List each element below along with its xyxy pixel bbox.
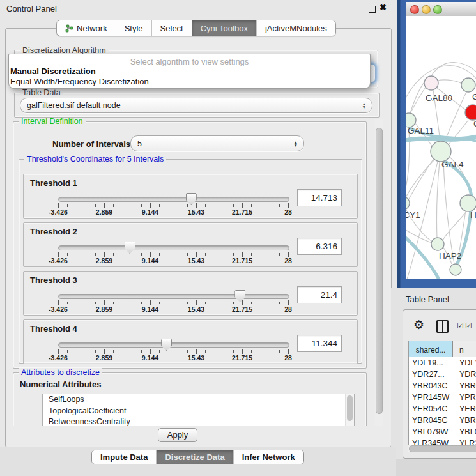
tab-network[interactable]: Network (57, 20, 116, 36)
zoom-traffic-light-icon[interactable] (433, 5, 442, 14)
slider-scale-label: 15.43 (188, 257, 204, 265)
network-node[interactable] (461, 78, 475, 92)
network-node-label: G (472, 92, 476, 102)
table-row[interactable]: YBR045CYBR0 (409, 415, 476, 426)
network-node[interactable] (431, 141, 451, 162)
network-node[interactable] (424, 76, 438, 90)
tab-cyni-toolbox[interactable]: Cyni Toolbox (192, 20, 256, 36)
tab-discretize-data[interactable]: Discretize Data (156, 450, 233, 464)
network-node[interactable] (431, 238, 444, 250)
slider-scale-label: 2.859 (96, 208, 112, 216)
slider-tick-mark (251, 350, 252, 353)
slider-tick-mark (77, 350, 77, 353)
attributes-list-scrollbar[interactable] (345, 394, 354, 426)
slider-tick-mark (215, 204, 215, 207)
bottom-tab-strip: Impute Data Discretize Data Infer Networ… (91, 450, 304, 464)
number-of-intervals-combobox[interactable]: 5 ▲▼ (130, 135, 304, 151)
numerical-attribute-item[interactable]: TopologicalCoefficient (43, 406, 354, 417)
network-node[interactable] (406, 113, 416, 127)
slider-tick-mark (251, 204, 252, 207)
table-cell-shared-name: YDL19... (409, 357, 456, 369)
slider-tick-mark (205, 204, 206, 207)
close-traffic-light-icon[interactable] (410, 5, 419, 14)
slider-scale-label: 15.43 (188, 354, 204, 362)
close-icon[interactable]: ✖ (380, 3, 387, 12)
slider-tick-mark (215, 302, 215, 304)
split-view-icon[interactable] (436, 320, 449, 333)
checkbox-icon[interactable]: ☑ (457, 321, 464, 330)
popup-option-manual-discretization[interactable]: Manual Discretization (9, 66, 370, 77)
checkbox-icon[interactable]: ☑ (465, 321, 472, 330)
table-cell-shared-name: YLR345W (409, 438, 456, 445)
column-header-shared-name[interactable]: shared... (409, 341, 453, 357)
table-row[interactable]: YDR27...YDR2 (409, 369, 476, 380)
slider-tick-mark (159, 253, 160, 256)
slider-tick-mark (270, 350, 270, 353)
popup-option-equal-width-frequency[interactable]: Equal Width/Frequency Discretization (9, 77, 370, 87)
slider-scale-label: 9.144 (142, 305, 158, 313)
number-of-intervals-label: Number of Intervals (52, 139, 130, 149)
slider-tick-mark (58, 300, 59, 305)
threshold-value-field[interactable]: 11.344 (297, 335, 342, 352)
numerical-attribute-item[interactable]: BetweennessCentrality (43, 417, 354, 426)
slider-tick-mark (215, 350, 215, 353)
table-row[interactable]: YBR043CYBR0 (409, 380, 476, 392)
tab-infer-network[interactable]: Infer Network (233, 450, 303, 464)
slider-tick-mark (270, 253, 270, 256)
slider-scale-label: 2.859 (96, 354, 112, 362)
slider-tick-mark (233, 204, 234, 207)
slider-scale-label: 15.43 (188, 305, 204, 313)
slider-tick-mark (279, 302, 280, 304)
table-row[interactable]: YPR145WYPR1 (409, 392, 476, 403)
table-row[interactable]: YLR345WYLR3 (409, 438, 476, 445)
tab-style[interactable]: Style (116, 20, 151, 36)
scrollbar-thumb[interactable] (347, 395, 353, 421)
group-title: Table Data (20, 88, 63, 97)
scrollbar-thumb[interactable] (376, 128, 383, 414)
slider-tick-mark (159, 204, 160, 207)
table-row[interactable]: YBL079WYBL0 (409, 426, 476, 438)
table-data-combobox[interactable]: galFiltered.sif default node ▲▼ (20, 98, 372, 113)
table-cell-name: YDL1 (456, 357, 476, 369)
settings-gear-icon[interactable]: ⚙ (413, 318, 424, 332)
main-vertical-scrollbar[interactable] (374, 119, 383, 426)
window-title: Control Panel (6, 4, 57, 13)
table-horizontal-scrollbar[interactable] (408, 445, 476, 452)
network-canvas[interactable]: GAL80GCGAL11GAL4GCY1HHAP2 (406, 16, 476, 279)
column-header-name[interactable]: n (453, 341, 476, 357)
slider-scale-label: 21.715 (232, 257, 252, 265)
tab-select[interactable]: Select (151, 20, 192, 36)
slider-tick-mark (215, 253, 215, 256)
threshold-value-field[interactable]: 6.316 (297, 238, 342, 255)
threshold-slider-track[interactable] (58, 294, 289, 299)
slider-tick-mark (159, 302, 160, 304)
attributes-group: Attributes to discretize Numerical Attri… (13, 372, 367, 426)
threshold-value-field[interactable]: 14.713 (297, 189, 342, 206)
threshold-slider-track[interactable] (58, 197, 289, 202)
network-node[interactable] (450, 264, 461, 275)
tab-impute-data[interactable]: Impute Data (92, 450, 156, 464)
threshold-value-field[interactable]: 21.4 (297, 286, 342, 303)
network-window-titlebar[interactable] (406, 2, 476, 17)
table-row[interactable]: YER054CYER0 (409, 403, 476, 415)
slider-scale-label: 21.715 (232, 354, 252, 362)
numerical-attributes-list[interactable]: SelfLoopsTopologicalCoefficientBetweenne… (42, 394, 355, 426)
network-node[interactable] (460, 195, 476, 211)
tab-jactivemnodules[interactable]: jActiveMNodules (256, 20, 335, 36)
slider-scale-label: 9.144 (142, 354, 158, 362)
node-attribute-table[interactable]: shared... n YDL19...YDL1YDR27...YDR2YBR0… (408, 341, 476, 445)
scrollbar-thumb[interactable] (409, 445, 476, 452)
threshold-slider-track[interactable] (58, 342, 289, 348)
float-window-icon[interactable] (369, 6, 376, 13)
slider-scale-label: 2.859 (96, 305, 112, 313)
apply-button[interactable]: Apply (158, 428, 197, 442)
slider-tick-mark (288, 300, 289, 305)
network-node[interactable] (465, 105, 476, 120)
threshold-slider-track[interactable] (58, 245, 289, 250)
minimize-traffic-light-icon[interactable] (422, 5, 431, 14)
slider-tick-mark (288, 349, 289, 354)
slider-tick-mark (67, 350, 68, 353)
numerical-attribute-item[interactable]: SelfLoops (43, 394, 354, 406)
table-row[interactable]: YDL19...YDL1 (409, 357, 476, 369)
slider-tick-mark (187, 350, 188, 353)
